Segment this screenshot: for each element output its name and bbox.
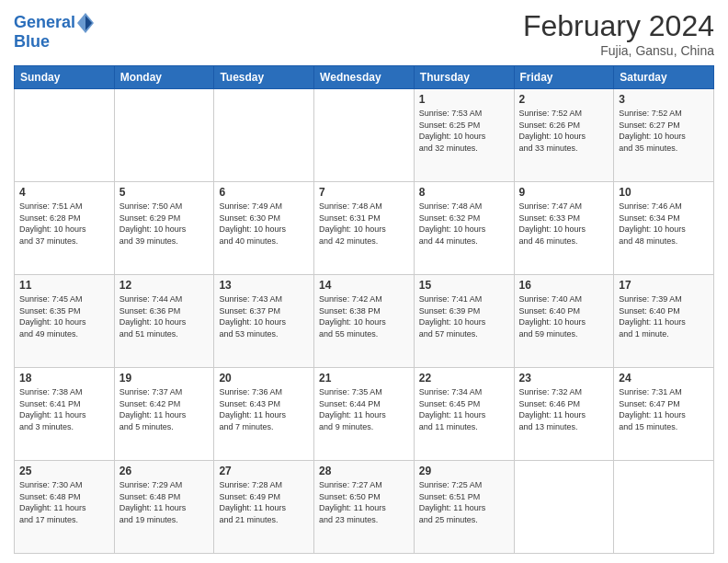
day-number: 22 [419,372,509,385]
page: General Blue February 2024 Fujia, Gansu,… [0,0,728,563]
day-info: Sunrise: 7:32 AMSunset: 6:46 PMDaylight:… [519,386,609,432]
day-cell: 8Sunrise: 7:48 AMSunset: 6:32 PMDaylight… [414,182,514,275]
day-number: 10 [619,186,709,199]
day-header-sunday: Sunday [15,66,115,89]
day-number: 8 [419,186,509,199]
day-info: Sunrise: 7:31 AMSunset: 6:47 PMDaylight:… [619,386,709,432]
day-number: 5 [119,186,210,199]
day-cell: 23Sunrise: 7:32 AMSunset: 6:46 PMDayligh… [514,368,614,461]
day-number: 7 [319,186,409,199]
day-cell: 4Sunrise: 7:51 AMSunset: 6:28 PMDaylight… [15,182,115,275]
day-info: Sunrise: 7:29 AMSunset: 6:48 PMDaylight:… [119,479,210,525]
location: Fujia, Gansu, China [523,43,714,58]
day-cell: 19Sunrise: 7:37 AMSunset: 6:42 PMDayligh… [114,368,214,461]
logo-text-blue: Blue [14,33,94,52]
day-info: Sunrise: 7:37 AMSunset: 6:42 PMDaylight:… [119,386,210,432]
logo-text-general: General [14,14,75,32]
day-cell: 13Sunrise: 7:43 AMSunset: 6:37 PMDayligh… [214,275,314,368]
day-header-thursday: Thursday [414,66,514,89]
day-cell [214,89,314,182]
day-number: 13 [219,279,309,292]
day-cell: 17Sunrise: 7:39 AMSunset: 6:40 PMDayligh… [614,275,714,368]
day-cell [314,89,415,182]
day-cell: 25Sunrise: 7:30 AMSunset: 6:48 PMDayligh… [15,461,115,554]
day-number: 24 [619,372,709,385]
week-row-3: 18Sunrise: 7:38 AMSunset: 6:41 PMDayligh… [15,368,714,461]
day-info: Sunrise: 7:27 AMSunset: 6:50 PMDaylight:… [319,479,409,525]
day-cell: 22Sunrise: 7:34 AMSunset: 6:45 PMDayligh… [414,368,514,461]
day-info: Sunrise: 7:49 AMSunset: 6:30 PMDaylight:… [219,201,309,247]
day-header-wednesday: Wednesday [314,66,415,89]
day-cell: 21Sunrise: 7:35 AMSunset: 6:44 PMDayligh… [314,368,415,461]
month-title: February 2024 [523,9,714,43]
day-info: Sunrise: 7:44 AMSunset: 6:36 PMDaylight:… [119,293,210,339]
day-number: 17 [619,279,709,292]
calendar-body: 1Sunrise: 7:53 AMSunset: 6:25 PMDaylight… [15,89,714,554]
week-row-0: 1Sunrise: 7:53 AMSunset: 6:25 PMDaylight… [15,89,714,182]
day-number: 16 [519,279,609,292]
day-number: 11 [19,279,109,292]
day-cell [614,461,714,554]
day-info: Sunrise: 7:50 AMSunset: 6:29 PMDaylight:… [119,201,210,247]
logo: General Blue [14,13,94,52]
title-area: February 2024 Fujia, Gansu, China [523,9,714,58]
day-info: Sunrise: 7:42 AMSunset: 6:38 PMDaylight:… [319,293,409,339]
day-info: Sunrise: 7:43 AMSunset: 6:37 PMDaylight:… [219,293,309,339]
logo-icon [77,13,94,33]
day-cell: 10Sunrise: 7:46 AMSunset: 6:34 PMDayligh… [614,182,714,275]
day-info: Sunrise: 7:41 AMSunset: 6:39 PMDaylight:… [419,293,509,339]
day-cell [114,89,214,182]
day-cell: 1Sunrise: 7:53 AMSunset: 6:25 PMDaylight… [414,89,514,182]
day-number: 28 [319,465,409,477]
day-number: 15 [419,279,509,292]
day-cell: 9Sunrise: 7:47 AMSunset: 6:33 PMDaylight… [514,182,614,275]
day-info: Sunrise: 7:40 AMSunset: 6:40 PMDaylight:… [519,293,609,339]
day-header-friday: Friday [514,66,614,89]
day-info: Sunrise: 7:34 AMSunset: 6:45 PMDaylight:… [419,386,509,432]
day-info: Sunrise: 7:53 AMSunset: 6:25 PMDaylight:… [419,108,509,154]
day-info: Sunrise: 7:47 AMSunset: 6:33 PMDaylight:… [519,201,609,247]
day-cell: 27Sunrise: 7:28 AMSunset: 6:49 PMDayligh… [214,461,314,554]
day-number: 27 [219,465,309,477]
day-number: 26 [119,465,210,477]
header: General Blue February 2024 Fujia, Gansu,… [14,9,714,58]
day-info: Sunrise: 7:36 AMSunset: 6:43 PMDaylight:… [219,386,309,432]
day-number: 6 [219,186,309,199]
day-header-row: SundayMondayTuesdayWednesdayThursdayFrid… [15,66,714,89]
day-number: 9 [519,186,609,199]
day-info: Sunrise: 7:39 AMSunset: 6:40 PMDaylight:… [619,293,709,339]
day-info: Sunrise: 7:46 AMSunset: 6:34 PMDaylight:… [619,201,709,247]
calendar-header: SundayMondayTuesdayWednesdayThursdayFrid… [15,66,714,89]
day-header-saturday: Saturday [614,66,714,89]
day-cell: 24Sunrise: 7:31 AMSunset: 6:47 PMDayligh… [614,368,714,461]
day-info: Sunrise: 7:30 AMSunset: 6:48 PMDaylight:… [19,479,109,525]
day-number: 25 [19,465,109,477]
day-number: 12 [119,279,210,292]
day-info: Sunrise: 7:52 AMSunset: 6:26 PMDaylight:… [519,108,609,154]
day-cell: 7Sunrise: 7:48 AMSunset: 6:31 PMDaylight… [314,182,415,275]
day-cell: 11Sunrise: 7:45 AMSunset: 6:35 PMDayligh… [15,275,115,368]
calendar-table: SundayMondayTuesdayWednesdayThursdayFrid… [14,65,714,554]
day-cell: 28Sunrise: 7:27 AMSunset: 6:50 PMDayligh… [314,461,415,554]
day-info: Sunrise: 7:35 AMSunset: 6:44 PMDaylight:… [319,386,409,432]
day-number: 21 [319,372,409,385]
day-cell: 12Sunrise: 7:44 AMSunset: 6:36 PMDayligh… [114,275,214,368]
day-number: 14 [319,279,409,292]
day-number: 1 [419,93,509,106]
day-cell: 15Sunrise: 7:41 AMSunset: 6:39 PMDayligh… [414,275,514,368]
day-number: 20 [219,372,309,385]
day-cell: 16Sunrise: 7:40 AMSunset: 6:40 PMDayligh… [514,275,614,368]
day-header-tuesday: Tuesday [214,66,314,89]
day-header-monday: Monday [114,66,214,89]
day-cell: 18Sunrise: 7:38 AMSunset: 6:41 PMDayligh… [15,368,115,461]
day-number: 2 [519,93,609,106]
day-info: Sunrise: 7:51 AMSunset: 6:28 PMDaylight:… [19,201,109,247]
day-info: Sunrise: 7:38 AMSunset: 6:41 PMDaylight:… [19,386,109,432]
day-info: Sunrise: 7:45 AMSunset: 6:35 PMDaylight:… [19,293,109,339]
day-number: 18 [19,372,109,385]
day-number: 23 [519,372,609,385]
day-number: 19 [119,372,210,385]
day-cell: 20Sunrise: 7:36 AMSunset: 6:43 PMDayligh… [214,368,314,461]
week-row-2: 11Sunrise: 7:45 AMSunset: 6:35 PMDayligh… [15,275,714,368]
day-cell: 29Sunrise: 7:25 AMSunset: 6:51 PMDayligh… [414,461,514,554]
